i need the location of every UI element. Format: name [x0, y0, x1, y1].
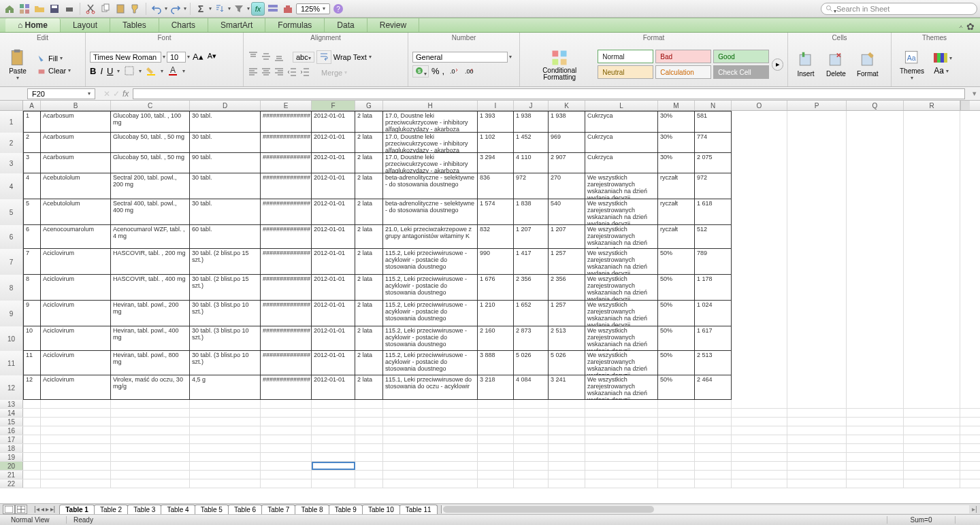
cell[interactable]: ############## [261, 111, 312, 133]
cell[interactable] [904, 400, 960, 408]
cell[interactable]: Aciclovirum [41, 351, 111, 375]
cell[interactable]: 2012-01-01 [312, 173, 355, 199]
cell[interactable] [41, 400, 111, 408]
cell[interactable] [23, 426, 41, 435]
column-header-R[interactable]: R [904, 101, 960, 110]
cell[interactable] [41, 444, 111, 452]
cell[interactable]: 4 [23, 173, 41, 199]
formula-input[interactable] [133, 88, 965, 99]
scroll-right-button[interactable]: ▸| [969, 505, 980, 513]
cell[interactable] [732, 199, 787, 225]
cell[interactable] [847, 133, 904, 153]
cell[interactable] [190, 400, 261, 408]
style-bad[interactable]: Bad [655, 50, 711, 63]
cell[interactable]: Virolex, maść do oczu, 30 mg/g [111, 375, 190, 400]
cell[interactable]: 30 tabl. [190, 133, 261, 153]
cell[interactable]: 30 tabl. [190, 173, 261, 199]
toolbox-icon[interactable] [281, 2, 295, 16]
cell[interactable] [355, 400, 383, 408]
row-header[interactable]: 21 [0, 471, 23, 479]
cell[interactable]: 30 tabl. (2 blist.po 15 szt.) [190, 275, 261, 301]
cell[interactable] [787, 225, 847, 249]
column-header-D[interactable]: D [190, 101, 261, 110]
cell[interactable]: 1 652 [514, 301, 549, 326]
column-header-O[interactable]: O [732, 101, 787, 110]
cell[interactable]: 115.2, Leki przeciwwirusowe - acyklowir … [383, 275, 478, 301]
cell[interactable] [41, 462, 111, 470]
cell[interactable] [847, 301, 904, 326]
cell[interactable]: Aciclovirum [41, 275, 111, 301]
cell[interactable] [111, 479, 190, 488]
cell[interactable] [549, 453, 585, 461]
cell[interactable]: 2012-01-01 [312, 153, 355, 173]
cell[interactable]: 3 241 [549, 375, 585, 400]
cell[interactable] [732, 225, 787, 249]
column-header-I[interactable]: I [478, 101, 514, 110]
cell[interactable]: 540 [549, 199, 585, 225]
cancel-formula-icon[interactable]: ✕ [103, 89, 110, 99]
cell[interactable]: Heviran, tabl. powl., 200 mg [111, 301, 190, 326]
cell[interactable]: 2 513 [695, 351, 732, 375]
cell[interactable]: Aciclovirum [41, 375, 111, 400]
style-check-cell[interactable]: Check Cell [713, 65, 769, 79]
cell[interactable]: 3 218 [478, 375, 514, 400]
cell[interactable]: Acenocoumarolum [41, 225, 111, 249]
cell[interactable] [261, 453, 312, 461]
cell[interactable] [787, 400, 847, 408]
cell[interactable] [904, 301, 960, 326]
cell[interactable] [355, 462, 383, 470]
style-good[interactable]: Good [713, 50, 769, 63]
italic-button[interactable]: I [100, 66, 103, 76]
cell[interactable] [658, 400, 695, 408]
cell[interactable] [261, 471, 312, 479]
cell[interactable] [312, 435, 355, 443]
cell[interactable]: 1 938 [514, 111, 549, 133]
cell[interactable] [111, 462, 190, 470]
cell[interactable] [904, 409, 960, 417]
cell[interactable] [355, 409, 383, 417]
cell[interactable] [355, 471, 383, 479]
filter-dropdown[interactable]: ▾ [247, 5, 250, 12]
cell[interactable] [732, 111, 787, 133]
cell[interactable]: 270 [549, 173, 585, 199]
cell[interactable] [478, 471, 514, 479]
cell[interactable]: 1 207 [514, 225, 549, 249]
cell[interactable]: 2 lata [355, 351, 383, 375]
cell[interactable] [787, 435, 847, 443]
cell[interactable] [111, 426, 190, 435]
cell[interactable] [383, 462, 478, 470]
cell[interactable] [732, 479, 787, 488]
cell[interactable] [904, 426, 960, 435]
cell[interactable]: 115.1, Leki przeciwwirusowe do stosowani… [383, 375, 478, 400]
cell[interactable]: We wszystkich zarejestrowanych wskazania… [585, 326, 658, 351]
theme-colors-button[interactable]: ▾ [931, 52, 955, 63]
cell[interactable] [787, 418, 847, 426]
cell[interactable] [383, 418, 478, 426]
cell[interactable] [549, 479, 585, 488]
cell[interactable] [847, 225, 904, 249]
cell[interactable]: 2 lata [355, 199, 383, 225]
orientation-button[interactable]: abc▾ [293, 52, 314, 63]
align-left-icon[interactable] [248, 67, 259, 79]
cell[interactable]: 1 257 [549, 301, 585, 326]
cell[interactable] [355, 426, 383, 435]
cell[interactable]: ############## [261, 351, 312, 375]
next-sheet-button[interactable]: ▸ [46, 505, 49, 513]
percent-icon[interactable]: % [431, 66, 440, 76]
cell[interactable]: We wszystkich zarejestrowanych wskazania… [585, 249, 658, 275]
cell[interactable] [312, 479, 355, 488]
cell[interactable] [847, 435, 904, 443]
cell[interactable]: Acenocumarol WZF, tabl. , 4 mg [111, 225, 190, 249]
cell[interactable]: ryczałt [658, 199, 695, 225]
cell[interactable] [787, 426, 847, 435]
comma-icon[interactable]: , [442, 66, 445, 76]
cell[interactable]: HASCOVIR, tabl. , 200 mg [111, 249, 190, 275]
cell[interactable] [514, 471, 549, 479]
cell[interactable] [732, 351, 787, 375]
cell[interactable] [847, 351, 904, 375]
cell[interactable]: 2 513 [549, 326, 585, 351]
cell[interactable]: 2012-01-01 [312, 249, 355, 275]
cell[interactable] [549, 418, 585, 426]
cell[interactable] [695, 444, 732, 452]
cell[interactable] [514, 453, 549, 461]
